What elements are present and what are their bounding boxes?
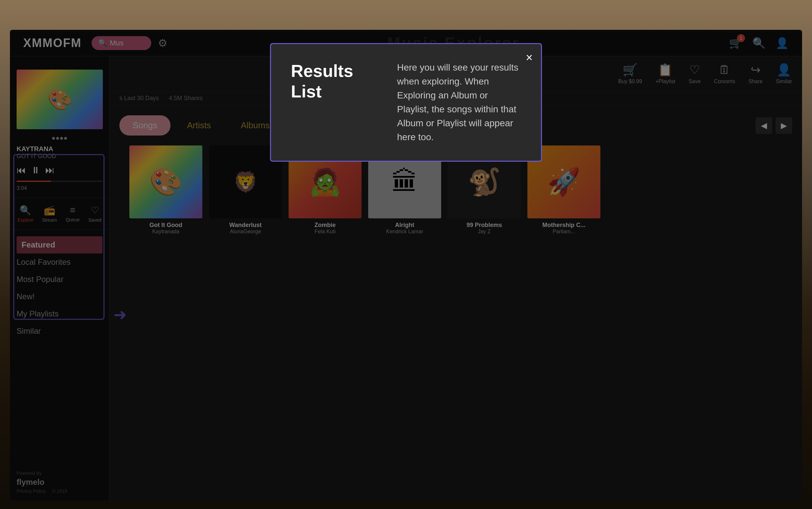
modal-title: Results List bbox=[291, 61, 377, 102]
modal-overlay: × Results List Here you will see your re… bbox=[10, 30, 802, 500]
modal-close-button[interactable]: × bbox=[526, 51, 533, 65]
modal: × Results List Here you will see your re… bbox=[270, 43, 542, 162]
app-container: XMMOFM 🔍 Mus ⚙ Music Explorer 🛒 1 🔍 👤 🎨 bbox=[10, 30, 802, 500]
modal-body: Here you will see your results when expl… bbox=[397, 61, 521, 144]
